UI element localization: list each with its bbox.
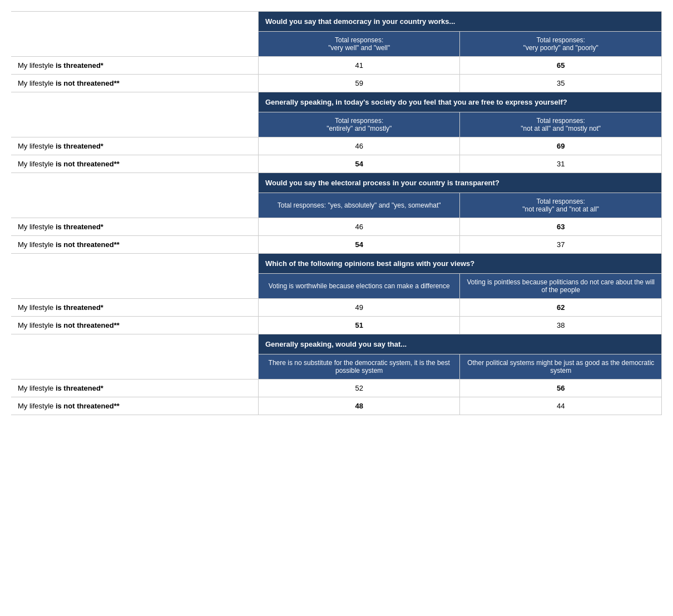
section-header-democracy: Would you say that democracy in your cou… (258, 12, 661, 32)
row-label-electoral-1: My lifestyle is not threatened** (11, 236, 258, 254)
data-row-system-1: My lifestyle is not threatened**4844 (11, 397, 662, 415)
section-header-row-system: Generally speaking, would you say that..… (11, 334, 662, 354)
data-row-voting-0: My lifestyle is threatened*4962 (11, 299, 662, 317)
row-label-express-1: My lifestyle is not threatened** (11, 155, 258, 173)
row-label-democracy-1: My lifestyle is not threatened** (11, 75, 258, 92)
col-header-row-electoral: Total responses: "yes, absolutely" and "… (11, 193, 662, 218)
data-cell-col2-system-1: 44 (460, 397, 662, 415)
data-cell-col2-voting-0: 62 (460, 299, 662, 317)
data-cell-col1-democracy-0: 41 (258, 57, 460, 75)
row-label-express-0: My lifestyle is threatened* (11, 137, 258, 155)
data-cell-col2-democracy-0: 65 (460, 57, 662, 75)
section-header-electoral: Would you say the electoral process in y… (258, 173, 661, 193)
data-cell-col1-electoral-0: 46 (258, 218, 460, 236)
data-row-electoral-0: My lifestyle is threatened*4663 (11, 218, 662, 236)
data-cell-col1-democracy-1: 59 (258, 75, 460, 92)
col2-header-electoral: Total responses: "not really" and "not a… (460, 193, 662, 218)
col-header-row-express: Total responses: "entirely" and "mostly"… (11, 112, 662, 137)
col1-header-electoral: Total responses: "yes, absolutely" and "… (258, 193, 460, 218)
col2-header-democracy: Total responses: "very poorly" and "poor… (460, 32, 662, 57)
col2-header-voting: Voting is pointless because politicians … (460, 274, 662, 299)
section-header-voting: Which of the following opinions best ali… (258, 254, 661, 274)
data-row-express-0: My lifestyle is threatened*4669 (11, 137, 662, 155)
col1-header-voting: Voting is worthwhile because elections c… (258, 274, 460, 299)
data-cell-col1-express-0: 46 (258, 137, 460, 155)
data-cell-col1-electoral-1: 54 (258, 236, 460, 254)
section-header-system: Generally speaking, would you say that..… (258, 334, 661, 354)
col1-header-express: Total responses: "entirely" and "mostly" (258, 112, 460, 137)
row-label-electoral-0: My lifestyle is threatened* (11, 218, 258, 236)
row-label-system-0: My lifestyle is threatened* (11, 380, 258, 397)
data-cell-col1-system-0: 52 (258, 380, 460, 397)
section-header-row-democracy: Would you say that democracy in your cou… (11, 12, 662, 32)
main-table: Would you say that democracy in your cou… (11, 11, 662, 415)
data-cell-col2-system-0: 56 (460, 380, 662, 397)
data-cell-col1-express-1: 54 (258, 155, 460, 173)
data-row-electoral-1: My lifestyle is not threatened**5437 (11, 236, 662, 254)
section-header-row-electoral: Would you say the electoral process in y… (11, 173, 662, 193)
col-header-row-voting: Voting is worthwhile because elections c… (11, 274, 662, 299)
data-cell-col2-express-1: 31 (460, 155, 662, 173)
col2-header-system: Other political systems might be just as… (460, 354, 662, 380)
row-label-voting-1: My lifestyle is not threatened** (11, 317, 258, 334)
data-cell-col2-electoral-0: 63 (460, 218, 662, 236)
section-header-express: Generally speaking, in today's society d… (258, 92, 661, 112)
data-row-system-0: My lifestyle is threatened*5256 (11, 380, 662, 397)
data-cell-col2-democracy-1: 35 (460, 75, 662, 92)
section-header-row-express: Generally speaking, in today's society d… (11, 92, 662, 112)
data-cell-col1-voting-1: 51 (258, 317, 460, 334)
data-row-democracy-1: My lifestyle is not threatened**5935 (11, 75, 662, 92)
section-header-row-voting: Which of the following opinions best ali… (11, 254, 662, 274)
row-label-democracy-0: My lifestyle is threatened* (11, 57, 258, 75)
data-cell-col2-voting-1: 38 (460, 317, 662, 334)
data-cell-col1-system-1: 48 (258, 397, 460, 415)
data-row-voting-1: My lifestyle is not threatened**5138 (11, 317, 662, 334)
row-label-voting-0: My lifestyle is threatened* (11, 299, 258, 317)
data-cell-col2-electoral-1: 37 (460, 236, 662, 254)
col1-header-system: There is no substitute for the democrati… (258, 354, 460, 380)
data-cell-col1-voting-0: 49 (258, 299, 460, 317)
col-header-row-system: There is no substitute for the democrati… (11, 354, 662, 380)
data-cell-col2-express-0: 69 (460, 137, 662, 155)
col1-header-democracy: Total responses: "very well" and "well" (258, 32, 460, 57)
col-header-row-democracy: Total responses: "very well" and "well"T… (11, 32, 662, 57)
col2-header-express: Total responses: "not at all" and "mostl… (460, 112, 662, 137)
data-row-express-1: My lifestyle is not threatened**5431 (11, 155, 662, 173)
data-row-democracy-0: My lifestyle is threatened*4165 (11, 57, 662, 75)
row-label-system-1: My lifestyle is not threatened** (11, 397, 258, 415)
